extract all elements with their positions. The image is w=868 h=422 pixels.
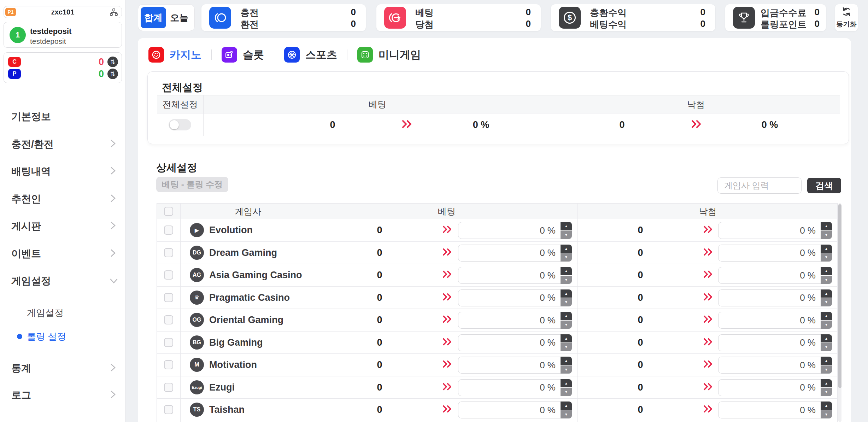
spinner-down-button[interactable]: ▼ xyxy=(821,298,832,306)
point-transfer-icon[interactable]: ⇅ xyxy=(107,69,118,79)
bet-percent-input[interactable]: 0 % ▲ ▼ xyxy=(458,312,572,329)
win-percent-input[interactable]: 0 % ▲ ▼ xyxy=(718,289,832,306)
sidebar-item-referrals[interactable]: 추천인 xyxy=(0,190,125,208)
spinner-up-button[interactable]: ▲ xyxy=(561,334,572,343)
spinner-up-button[interactable]: ▲ xyxy=(821,312,832,320)
spinner-up-button[interactable]: ▲ xyxy=(561,245,572,253)
row-checkbox[interactable] xyxy=(164,315,173,324)
cash-transfer-icon[interactable]: ⇅ xyxy=(107,57,118,67)
global-win-value: 0 xyxy=(619,119,624,130)
provider-name: Asia Gaming Casino xyxy=(209,270,302,281)
spinner-down-button[interactable]: ▼ xyxy=(821,343,832,351)
tab-casino[interactable]: 카지노 xyxy=(148,47,201,63)
row-checkbox[interactable] xyxy=(164,338,173,347)
spinner-down-button[interactable]: ▼ xyxy=(821,231,832,239)
win-percent-input[interactable]: 0 % ▲ ▼ xyxy=(718,222,832,239)
bet-percent-input[interactable]: 0 % ▲ ▼ xyxy=(458,267,572,284)
double-chevron-icon xyxy=(691,120,702,130)
period-total-button[interactable]: 합계 xyxy=(141,7,166,28)
spinner-down-button[interactable]: ▼ xyxy=(821,253,832,262)
spinner-up-button[interactable]: ▲ xyxy=(561,289,572,298)
win-percent-input[interactable]: 0 % ▲ ▼ xyxy=(718,312,832,329)
spinner-down-button[interactable]: ▼ xyxy=(821,410,832,419)
spinner-down-button[interactable]: ▼ xyxy=(561,298,572,306)
tab-sports[interactable]: 스포츠 xyxy=(284,47,337,63)
win-percent-input[interactable]: 0 % ▲ ▼ xyxy=(718,245,832,262)
sidebar-subitem-rolling-settings[interactable]: 롤링 설정 xyxy=(0,328,125,345)
spinner-up-button[interactable]: ▲ xyxy=(821,245,832,253)
spinner-up-button[interactable]: ▲ xyxy=(561,357,572,365)
win-value: 0 xyxy=(638,382,643,393)
row-checkbox[interactable] xyxy=(164,383,173,392)
spinner-up-button[interactable]: ▲ xyxy=(821,334,832,343)
bet-percent-input[interactable]: 0 % ▲ ▼ xyxy=(458,357,572,374)
spinner-up-button[interactable]: ▲ xyxy=(821,289,832,298)
sidebar-item-board[interactable]: 게시판 xyxy=(0,217,125,235)
spinner-up-button[interactable]: ▲ xyxy=(561,379,572,388)
spinner-up-button[interactable]: ▲ xyxy=(561,267,572,275)
spinner-down-button[interactable]: ▼ xyxy=(561,365,572,374)
table-scrollbar-track[interactable] xyxy=(838,203,841,422)
tab-slots[interactable]: 슬롯 xyxy=(222,47,264,63)
sidebar-item-events[interactable]: 이벤트 xyxy=(0,245,125,263)
row-checkbox[interactable] xyxy=(164,405,173,414)
double-chevron-icon xyxy=(442,225,452,235)
spinner-down-button[interactable]: ▼ xyxy=(561,253,572,262)
spinner-up-button[interactable]: ▲ xyxy=(821,267,832,275)
chevron-right-icon xyxy=(111,222,116,231)
spinner-down-button[interactable]: ▼ xyxy=(821,321,832,329)
spinner-up-button[interactable]: ▲ xyxy=(821,222,832,230)
bet-percent-input[interactable]: 0 % ▲ ▼ xyxy=(458,222,572,239)
row-checkbox[interactable] xyxy=(164,248,173,257)
provider-search-input[interactable] xyxy=(717,177,802,194)
search-button[interactable]: 검색 xyxy=(807,178,841,193)
provider-row: OG Oriental Gaming 0 0 % ▲ ▼ 0 xyxy=(157,309,837,332)
spinner-up-button[interactable]: ▲ xyxy=(561,312,572,320)
row-checkbox[interactable] xyxy=(164,293,173,302)
bet-percent-input[interactable]: 0 % ▲ ▼ xyxy=(458,289,572,306)
spinner-down-button[interactable]: ▼ xyxy=(821,276,832,284)
row-checkbox[interactable] xyxy=(164,225,173,235)
spinner-down-button[interactable]: ▼ xyxy=(561,343,572,351)
spinner-up-button[interactable]: ▲ xyxy=(561,222,572,230)
win-percent-input[interactable]: 0 % ▲ ▼ xyxy=(718,334,832,351)
spinner-up-button[interactable]: ▲ xyxy=(821,357,832,365)
sidebar-item-betting-history[interactable]: 배팅내역 xyxy=(0,163,125,180)
win-percent-input[interactable]: 0 % ▲ ▼ xyxy=(718,379,832,396)
sidebar-item-statistics[interactable]: 통계 xyxy=(0,359,125,377)
table-scrollbar-thumb[interactable] xyxy=(838,204,841,388)
spinner-down-button[interactable]: ▼ xyxy=(561,231,572,239)
bet-percent-input[interactable]: 0 % ▲ ▼ xyxy=(458,245,572,262)
spinner-down-button[interactable]: ▼ xyxy=(561,276,572,284)
global-table-row: 0 0 % 0 0 % xyxy=(157,113,840,136)
sidebar-item-game-settings[interactable]: 게임설정 xyxy=(0,272,125,290)
spinner-down-button[interactable]: ▼ xyxy=(561,410,572,419)
spinner-up-button[interactable]: ▲ xyxy=(561,402,572,410)
bet-percent-input[interactable]: 0 % ▲ ▼ xyxy=(458,379,572,396)
sidebar-item-logs[interactable]: 로그 xyxy=(0,386,125,404)
win-percent-input[interactable]: 0 % ▲ ▼ xyxy=(718,267,832,284)
spinner-down-button[interactable]: ▼ xyxy=(561,388,572,396)
provider-row: BG Big Gaming 0 0 % ▲ ▼ 0 xyxy=(157,332,837,354)
spinner-up-button[interactable]: ▲ xyxy=(821,402,832,410)
spinner-down-button[interactable]: ▼ xyxy=(561,321,572,329)
sidebar-subitem-game-settings[interactable]: 게임설정 xyxy=(0,304,125,322)
spinner-down-button[interactable]: ▼ xyxy=(821,365,832,374)
tab-minigames[interactable]: 미니게임 xyxy=(357,47,421,63)
global-toggle[interactable] xyxy=(169,119,191,130)
sidebar-item-deposit-withdraw[interactable]: 충전/환전 xyxy=(0,135,125,153)
period-today-button[interactable]: 오늘 xyxy=(167,7,192,28)
win-percent-input[interactable]: 0 % ▲ ▼ xyxy=(718,357,832,374)
sidebar-item-basic-info[interactable]: 기본정보 xyxy=(0,108,125,125)
bet-rolling-edit-button[interactable]: 베팅 - 롤링 수정 xyxy=(156,177,228,192)
row-checkbox[interactable] xyxy=(164,270,173,280)
sync-button[interactable]: 동기화 xyxy=(835,4,858,31)
win-percent-input[interactable]: 0 % ▲ ▼ xyxy=(718,402,832,418)
spinner-up-button[interactable]: ▲ xyxy=(821,379,832,388)
select-all-checkbox[interactable] xyxy=(164,207,173,216)
hierarchy-icon[interactable] xyxy=(110,8,118,18)
bet-percent-input[interactable]: 0 % ▲ ▼ xyxy=(458,402,572,418)
bet-percent-input[interactable]: 0 % ▲ ▼ xyxy=(458,334,572,351)
row-checkbox[interactable] xyxy=(164,360,173,369)
spinner-down-button[interactable]: ▼ xyxy=(821,388,832,396)
